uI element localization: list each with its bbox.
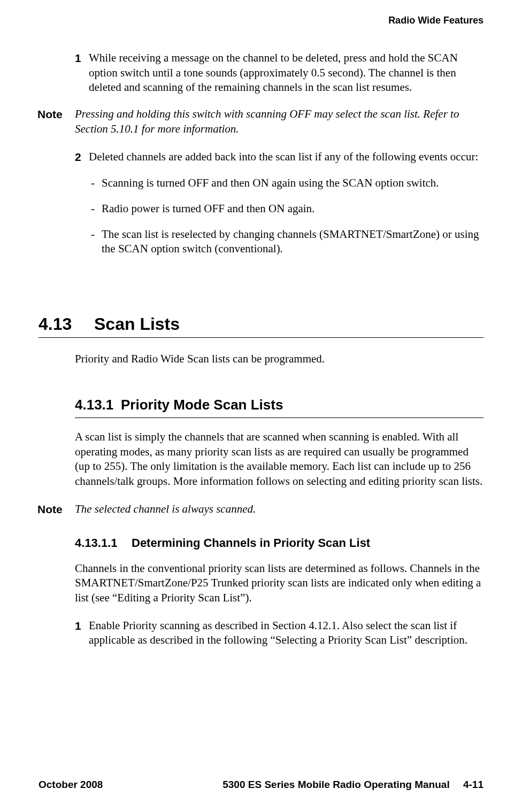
subsection-para: A scan list is simply the channels that … [75, 430, 483, 489]
section-title: Scan Lists [94, 314, 180, 334]
dash-icon: - [91, 176, 102, 191]
footer-page-number: 4-11 [463, 779, 483, 790]
section-rule [39, 337, 483, 338]
running-header: Radio Wide Features [39, 15, 483, 26]
note-block: Note Pressing and holding this switch wi… [37, 107, 483, 136]
section-number: 4.13 [39, 314, 94, 334]
note-text: The selected channel is always scanned. [75, 502, 483, 517]
list-item: - Scanning is turned OFF and then ON aga… [91, 176, 483, 191]
step-1: 1 Enable Priority scanning as described … [75, 618, 483, 648]
section-intro: Priority and Radio Wide Scan lists can b… [75, 352, 483, 367]
note-label: Note [37, 107, 75, 136]
note-label: Note [37, 502, 75, 517]
list-item-text: Scanning is turned OFF and then ON again… [102, 176, 483, 191]
note-text: Pressing and holding this switch with sc… [75, 107, 483, 136]
step-number: 2 [75, 150, 89, 165]
step-number: 1 [75, 51, 89, 95]
footer-manual-title: 5300 ES Series Mobile Radio Operating Ma… [222, 779, 449, 790]
step-text: Deleted channels are added back into the… [89, 150, 483, 165]
step-text: While receiving a message on the channel… [89, 51, 483, 95]
content-area: 1 While receiving a message on the chann… [39, 51, 483, 648]
list-item-text: The scan list is reselected by changing … [102, 227, 483, 257]
subsubsection-title: Determining Channels in Priority Scan Li… [132, 536, 370, 550]
subsubsection-para: Channels in the conventional priority sc… [75, 561, 483, 606]
list-item: - Radio power is turned OFF and then ON … [91, 202, 483, 216]
footer-right: 5300 ES Series Mobile Radio Operating Ma… [222, 779, 483, 791]
list-item-text: Radio power is turned OFF and then ON ag… [102, 202, 483, 216]
step-1: 1 While receiving a message on the chann… [75, 51, 483, 95]
subsection-heading: 4.13.1 Priority Mode Scan Lists [75, 397, 483, 413]
step-number: 1 [75, 618, 89, 648]
subsection-title: Priority Mode Scan Lists [121, 397, 283, 413]
dash-list: - Scanning is turned OFF and then ON aga… [91, 176, 483, 257]
subsubsection-number: 4.13.1.1 [75, 536, 132, 550]
subsection-number: 4.13.1 [75, 397, 121, 413]
footer-date: October 2008 [39, 779, 103, 791]
list-item: - The scan list is reselected by changin… [91, 227, 483, 257]
section-heading: 4.13 Scan Lists [39, 314, 483, 334]
step-2: 2 Deleted channels are added back into t… [75, 150, 483, 165]
subsubsection-heading: 4.13.1.1 Determining Channels in Priorit… [75, 536, 483, 550]
note-block: Note The selected channel is always scan… [37, 502, 483, 517]
step-text: Enable Priority scanning as described in… [89, 618, 483, 648]
subsection-rule [75, 417, 483, 418]
dash-icon: - [91, 227, 102, 257]
dash-icon: - [91, 202, 102, 216]
page-footer: October 2008 5300 ES Series Mobile Radio… [39, 779, 483, 791]
